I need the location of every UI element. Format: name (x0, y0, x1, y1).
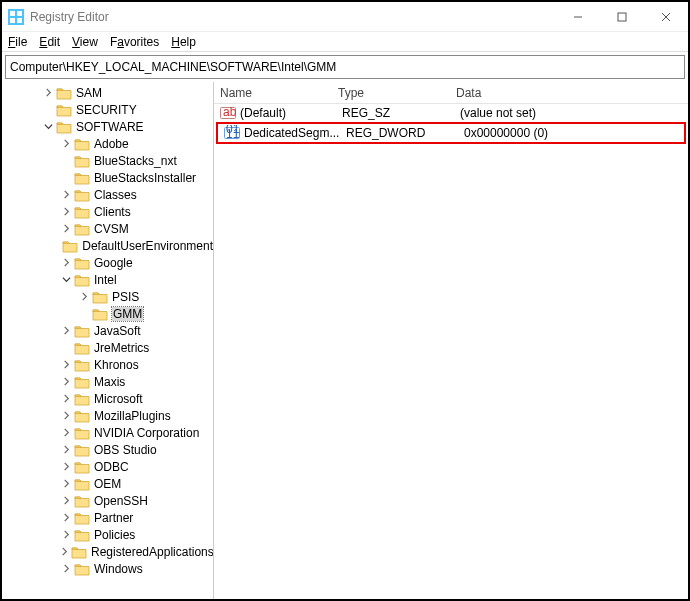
address-text: Computer\HKEY_LOCAL_MACHINE\SOFTWARE\Int… (10, 60, 336, 74)
tree-node[interactable]: NVIDIA Corporation (6, 424, 213, 441)
list-header: Name Type Data (214, 82, 688, 104)
address-bar[interactable]: Computer\HKEY_LOCAL_MACHINE\SOFTWARE\Int… (5, 55, 685, 79)
col-header-name[interactable]: Name (220, 86, 338, 100)
tree-node[interactable]: DefaultUserEnvironment (6, 237, 213, 254)
expand-icon[interactable] (60, 206, 72, 218)
tree-node[interactable]: Google (6, 254, 213, 271)
folder-icon (74, 426, 90, 440)
window-title: Registry Editor (30, 10, 556, 24)
tree-node[interactable]: OEM (6, 475, 213, 492)
tree-node[interactable]: Policies (6, 526, 213, 543)
close-button[interactable] (644, 2, 688, 31)
tree-node[interactable]: JreMetrics (6, 339, 213, 356)
tree-node-software[interactable]: SOFTWARE (6, 118, 213, 135)
tree-node[interactable]: JavaSoft (6, 322, 213, 339)
titlebar[interactable]: Registry Editor (2, 2, 688, 32)
tree-node[interactable]: CVSM (6, 220, 213, 237)
expand-icon[interactable] (60, 546, 69, 558)
collapse-icon[interactable] (42, 121, 54, 133)
tree-node-security[interactable]: SECURITY (6, 101, 213, 118)
tree-node[interactable]: Clients (6, 203, 213, 220)
expand-icon[interactable] (60, 512, 72, 524)
folder-icon (74, 188, 90, 202)
expand-icon[interactable] (60, 478, 72, 490)
tree-node[interactable]: ODBC (6, 458, 213, 475)
folder-icon (74, 562, 90, 576)
tree-node[interactable]: RegisteredApplications (6, 543, 213, 560)
value-data: 0x00000000 (0) (464, 126, 684, 140)
menu-file[interactable]: File (8, 35, 27, 49)
content-area: SAM SECURITY SOFTWARE Adobe BlueStacks_n… (2, 82, 688, 599)
tree-node-intel[interactable]: Intel (6, 271, 213, 288)
expand-icon[interactable] (60, 189, 72, 201)
folder-icon (56, 103, 72, 117)
tree-node[interactable]: Maxis (6, 373, 213, 390)
collapse-icon[interactable] (60, 274, 72, 286)
folder-icon (74, 273, 90, 287)
menu-view[interactable]: View (72, 35, 98, 49)
tree-node[interactable]: Classes (6, 186, 213, 203)
expand-icon[interactable] (60, 393, 72, 405)
tree-node-gmm[interactable]: GMM (6, 305, 213, 322)
expand-icon[interactable] (60, 410, 72, 422)
tree-node[interactable]: Adobe (6, 135, 213, 152)
tree-node[interactable]: OpenSSH (6, 492, 213, 509)
value-row-default[interactable]: (Default) REG_SZ (value not set) (214, 104, 688, 122)
expand-icon[interactable] (60, 223, 72, 235)
maximize-button[interactable] (600, 2, 644, 31)
app-icon (8, 9, 24, 25)
folder-icon (74, 511, 90, 525)
expand-icon[interactable] (60, 495, 72, 507)
expand-icon[interactable] (60, 325, 72, 337)
folder-icon (74, 154, 90, 168)
folder-icon (74, 171, 90, 185)
value-row-dedicatedsegment[interactable]: DedicatedSegm... REG_DWORD 0x00000000 (0… (218, 124, 684, 142)
expand-icon[interactable] (60, 138, 72, 150)
tree-node[interactable]: OBS Studio (6, 441, 213, 458)
folder-icon (74, 341, 90, 355)
expand-icon[interactable] (60, 444, 72, 456)
col-header-data[interactable]: Data (456, 86, 688, 100)
menu-favorites[interactable]: Favorites (110, 35, 159, 49)
minimize-button[interactable] (556, 2, 600, 31)
folder-icon (74, 443, 90, 457)
expand-icon[interactable] (78, 291, 90, 303)
expand-icon[interactable] (60, 359, 72, 371)
tree-node[interactable]: BlueStacks_nxt (6, 152, 213, 169)
folder-icon (74, 528, 90, 542)
expand-icon[interactable] (60, 461, 72, 473)
expand-icon[interactable] (42, 87, 54, 99)
folder-icon (74, 494, 90, 508)
folder-icon (92, 307, 108, 321)
tree-node[interactable]: MozillaPlugins (6, 407, 213, 424)
expand-icon[interactable] (60, 257, 72, 269)
values-panel[interactable]: Name Type Data (Default) REG_SZ (value n… (214, 82, 688, 599)
folder-icon (74, 477, 90, 491)
tree-node-sam[interactable]: SAM (6, 84, 213, 101)
expand-blank (42, 104, 54, 116)
expand-icon[interactable] (60, 376, 72, 388)
svg-rect-10 (618, 13, 626, 21)
tree-node[interactable]: BlueStacksInstaller (6, 169, 213, 186)
value-type: REG_SZ (342, 106, 460, 120)
tree-panel[interactable]: SAM SECURITY SOFTWARE Adobe BlueStacks_n… (2, 82, 214, 599)
tree-node[interactable]: Windows (6, 560, 213, 577)
expand-icon[interactable] (60, 427, 72, 439)
highlight-annotation: DedicatedSegm... REG_DWORD 0x00000000 (0… (216, 122, 686, 144)
expand-icon[interactable] (60, 529, 72, 541)
menu-help[interactable]: Help (171, 35, 196, 49)
col-header-type[interactable]: Type (338, 86, 456, 100)
menu-edit[interactable]: Edit (39, 35, 60, 49)
folder-icon (71, 545, 87, 559)
value-type: REG_DWORD (346, 126, 464, 140)
value-name: (Default) (240, 106, 342, 120)
tree-node[interactable]: PSIS (6, 288, 213, 305)
tree-node[interactable]: Microsoft (6, 390, 213, 407)
folder-icon (74, 375, 90, 389)
registry-editor-window: Registry Editor File Edit View Favorites… (0, 0, 690, 601)
folder-icon (56, 86, 72, 100)
tree-node[interactable]: Khronos (6, 356, 213, 373)
folder-icon (74, 358, 90, 372)
expand-icon[interactable] (60, 563, 72, 575)
tree-node[interactable]: Partner (6, 509, 213, 526)
